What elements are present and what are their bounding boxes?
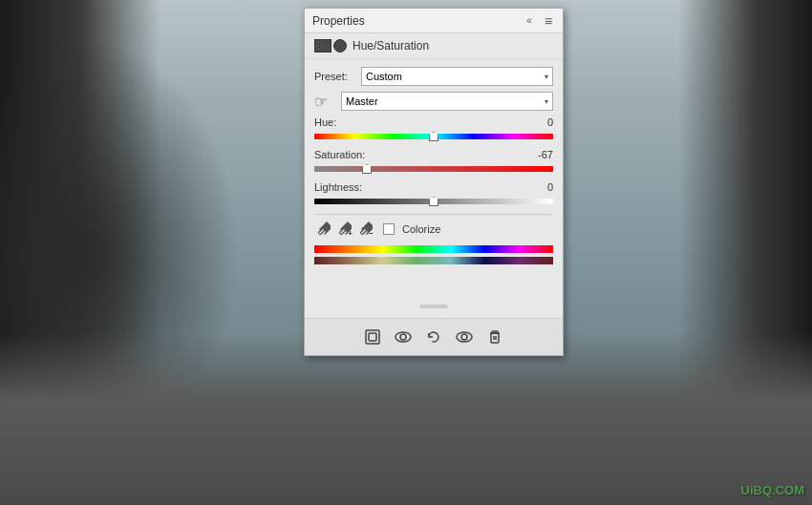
channel-value: Master xyxy=(346,95,378,107)
preset-label: Preset: xyxy=(314,71,357,82)
saturation-slider[interactable] xyxy=(314,162,553,176)
svg-point-2 xyxy=(400,334,406,340)
svg-point-4 xyxy=(461,334,467,340)
ground xyxy=(0,333,812,505)
hue-label-row: Hue: 0 xyxy=(314,116,553,128)
saturation-label: Saturation: xyxy=(314,149,365,160)
collapse-button[interactable]: « xyxy=(523,14,536,28)
mask-button[interactable] xyxy=(362,326,383,347)
hand-icon[interactable]: ☞ xyxy=(314,93,337,111)
channel-dropdown-arrow: ▾ xyxy=(545,97,548,106)
saturation-track xyxy=(314,166,553,172)
panel-title-area: Properties xyxy=(312,14,365,28)
preset-dropdown-arrow: ▾ xyxy=(545,73,548,81)
rainbow-bars xyxy=(314,245,553,264)
watermark: UiBQ.COM xyxy=(741,483,804,497)
colorize-label: Colorize xyxy=(402,223,440,235)
preset-dropdown[interactable]: Custom ▾ xyxy=(361,67,553,86)
divider xyxy=(314,214,553,215)
rainbow-bar-top xyxy=(314,245,553,253)
view-button[interactable] xyxy=(393,326,414,347)
panel-header: Hue/Saturation xyxy=(305,33,563,59)
tools-row: + − Colorize xyxy=(314,221,553,238)
panel-header-title: Hue/Saturation xyxy=(353,39,429,53)
channel-dropdown[interactable]: Master ▾ xyxy=(341,92,553,111)
eyedropper-minus-tool[interactable]: − xyxy=(356,221,374,238)
saturation-section: Saturation: -67 xyxy=(314,149,553,176)
eyedropper-tool[interactable] xyxy=(314,221,331,238)
colorize-row: Colorize xyxy=(383,223,440,235)
panel-controls: « ≡ xyxy=(523,14,555,28)
hue-section: Hue: 0 xyxy=(314,116,553,143)
channel-row: ☞ Master ▾ xyxy=(314,92,553,111)
lightness-slider[interactable] xyxy=(314,195,553,208)
icon-circle xyxy=(333,39,347,53)
eyedropper-plus-tool[interactable]: + xyxy=(335,221,353,238)
svg-rect-6 xyxy=(491,333,499,343)
saturation-value: -67 xyxy=(526,149,553,160)
svg-rect-1 xyxy=(369,333,376,341)
hue-value: 0 xyxy=(526,116,553,128)
scroll-area xyxy=(305,305,563,308)
visibility-button[interactable] xyxy=(454,326,475,347)
rainbow-bar-bottom xyxy=(314,257,553,264)
lightness-value: 0 xyxy=(526,181,553,193)
panel-content: Preset: Custom ▾ ☞ Master ▾ Hue: 0 xyxy=(305,59,563,276)
lightness-label-row: Lightness: 0 xyxy=(314,181,553,193)
lightness-section: Lightness: 0 xyxy=(314,181,553,208)
menu-icon[interactable]: ≡ xyxy=(542,14,555,28)
bottom-toolbar xyxy=(305,318,563,355)
spacer xyxy=(305,276,563,305)
preset-value: Custom xyxy=(366,71,402,82)
preset-row: Preset: Custom ▾ xyxy=(314,67,553,86)
saturation-label-row: Saturation: -67 xyxy=(314,149,553,160)
adjustment-icon xyxy=(314,39,347,53)
scroll-hint xyxy=(419,305,448,308)
icon-square xyxy=(314,39,331,53)
undo-button[interactable] xyxy=(423,326,444,347)
hue-label: Hue: xyxy=(314,116,336,128)
properties-panel: Properties « ≡ Hue/Saturation Preset: Cu… xyxy=(304,8,564,356)
delete-button[interactable] xyxy=(484,326,505,347)
colorize-checkbox[interactable] xyxy=(383,223,395,235)
panel-title: Properties xyxy=(312,14,365,28)
panel-titlebar: Properties « ≡ xyxy=(305,9,563,33)
hue-slider[interactable] xyxy=(314,130,553,143)
lightness-label: Lightness: xyxy=(314,181,362,193)
